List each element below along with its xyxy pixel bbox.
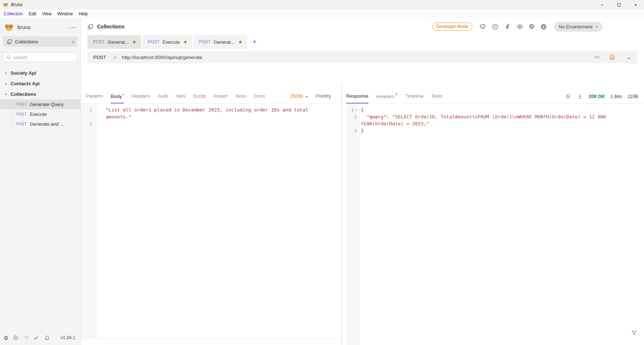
developer-mode-badge[interactable]: Developer Mode xyxy=(432,23,472,31)
sidebar-request-generate-and[interactable]: POST Generate and ... xyxy=(0,119,81,129)
chevron-down-icon: ▾ xyxy=(596,25,598,29)
tab-script[interactable]: Script xyxy=(193,93,206,103)
new-tab-button[interactable]: + xyxy=(248,35,261,49)
unsaved-dot xyxy=(133,41,136,43)
collection-tree: Society Api Contacts Api Collections POS… xyxy=(0,68,81,129)
line-number: 3 xyxy=(346,127,360,134)
code-text[interactable]: } xyxy=(360,127,644,134)
tab-body[interactable]: Body• xyxy=(111,92,124,104)
request-label: Generate Query xyxy=(30,102,63,107)
workspace-menu-icon[interactable]: ··· xyxy=(70,24,76,31)
sidebar-request-generate-query[interactable]: POST Generate Query xyxy=(0,99,81,109)
tab-generate-query-2[interactable]: POST Generat... xyxy=(193,35,247,49)
method-select[interactable]: POST xyxy=(93,55,106,60)
title-bar: Bruno − × xyxy=(0,0,644,9)
tab-timeline[interactable]: Timeline xyxy=(405,93,424,103)
code-text[interactable] xyxy=(97,120,341,127)
dog-icon[interactable] xyxy=(479,23,486,30)
collections-icon xyxy=(87,24,93,30)
request-pane: Params Body• Headers Auth Vars Script As… xyxy=(81,83,342,345)
prettify-button[interactable]: Prettify xyxy=(316,93,331,103)
chevron-down-icon[interactable]: ▾ xyxy=(306,95,308,103)
close-icon[interactable]: × xyxy=(627,0,644,9)
search-input[interactable] xyxy=(13,55,74,60)
sidebar-collections-label: Collections xyxy=(15,39,38,44)
tab-vars[interactable]: Vars xyxy=(176,93,186,103)
header-toolbar: Developer Mode ⚙ No Environment ▾ xyxy=(432,22,602,32)
menu-window[interactable]: Window xyxy=(54,11,76,16)
collections-icon xyxy=(7,39,12,44)
menu-help[interactable]: Help xyxy=(76,11,91,16)
send-request-icon[interactable]: → xyxy=(625,54,632,61)
request-label: Generate and ... xyxy=(30,121,64,127)
tab-params[interactable]: Params xyxy=(86,93,103,103)
save-icon[interactable] xyxy=(609,54,616,60)
maximize-icon[interactable] xyxy=(610,0,627,9)
clear-response-icon[interactable] xyxy=(565,93,571,99)
code-text[interactable]: "List all orders placed in December 2023… xyxy=(97,106,341,120)
cookie-icon[interactable] xyxy=(13,335,19,341)
workspace-name: bruno xyxy=(17,24,31,30)
history-clock-icon[interactable] xyxy=(492,23,499,30)
response-body-editor[interactable]: 1▾ { 2 "query": "SELECT OrderID, TotalAm… xyxy=(346,103,644,345)
workspace-row[interactable]: bruno ··· xyxy=(0,20,81,34)
tab-response[interactable]: Response xyxy=(346,93,368,103)
gear-icon[interactable]: ⚙ xyxy=(529,23,535,30)
tab-label: Generat... xyxy=(214,39,235,45)
download-response-icon[interactable] xyxy=(577,93,583,99)
modified-dot: • xyxy=(122,92,124,97)
key-icon[interactable] xyxy=(34,335,39,341)
menu-view[interactable]: View xyxy=(39,11,54,16)
url-input[interactable]: http://localhost:8000/api/sql/generate xyxy=(122,55,202,60)
unsaved-dot xyxy=(184,41,187,43)
sidebar-item-collections[interactable]: Collections xyxy=(0,89,81,99)
code-snippet-icon[interactable]: </> xyxy=(594,55,600,60)
chevron-down-icon[interactable]: ▾ xyxy=(114,55,116,59)
url-row: POST ▾ http://localhost:8000/api/sql/gen… xyxy=(81,49,644,66)
sidebar-request-execute[interactable]: POST Execute xyxy=(0,109,81,119)
search-box xyxy=(3,52,78,62)
filter-funnel-icon[interactable] xyxy=(631,330,637,336)
environment-selector[interactable]: No Environment ▾ xyxy=(554,22,602,32)
code-text[interactable]: { xyxy=(360,106,644,113)
body-mode-select[interactable]: JSON xyxy=(290,93,303,103)
fold-caret-icon[interactable]: ▾ xyxy=(355,106,357,113)
settings-gear-icon[interactable]: ⚙ xyxy=(4,335,8,341)
tab-tests[interactable]: Tests xyxy=(235,93,247,103)
collection-children: POST Generate Query POST Execute POST Ge… xyxy=(0,99,81,129)
runner-icon[interactable] xyxy=(504,23,511,30)
tab-response-tests[interactable]: Tests xyxy=(431,93,443,103)
heart-icon[interactable]: ♡ xyxy=(24,335,28,341)
app-version: v1.34.1 xyxy=(61,335,77,340)
sidebar-collections-header[interactable]: Collections ↑↓ xyxy=(3,36,78,47)
tab-generate-query-1[interactable]: POST Generat... xyxy=(87,35,141,49)
code-line: 2 xyxy=(81,120,341,127)
globe-icon[interactable] xyxy=(540,23,547,30)
sort-icon[interactable]: ↑↓ xyxy=(71,39,74,44)
tab-response-headers[interactable]: Headers4 xyxy=(376,93,398,104)
tab-auth[interactable]: Auth xyxy=(158,93,168,103)
response-meta: 200 OK 1.84s 110B xyxy=(565,93,638,103)
code-line: 1▾ { xyxy=(346,106,644,113)
tab-assert[interactable]: Assert xyxy=(213,93,227,103)
tab-label: Generat... xyxy=(108,39,129,45)
request-body-editor[interactable]: 1 "List all orders placed in December 20… xyxy=(81,103,341,339)
eye-icon[interactable] xyxy=(516,23,523,30)
menu-edit[interactable]: Edit xyxy=(26,11,39,16)
tab-docs[interactable]: Docs xyxy=(254,93,265,103)
bruno-avatar xyxy=(4,23,14,32)
headers-count-badge: 4 xyxy=(395,93,398,97)
bell-icon[interactable] xyxy=(44,335,50,341)
tab-headers[interactable]: Headers xyxy=(132,93,150,103)
page-title: Collections xyxy=(97,24,124,30)
menu-collection[interactable]: Collection xyxy=(1,11,26,16)
sidebar-item-contacts-api[interactable]: Contacts Api xyxy=(0,78,81,89)
tab-label: Headers xyxy=(376,93,395,99)
method-label: POST xyxy=(16,102,27,106)
code-text[interactable]: "query": "SELECT OrderID, TotalAmount\nF… xyxy=(360,113,644,127)
method-label: POST xyxy=(148,39,160,44)
minimize-icon[interactable]: − xyxy=(594,0,610,9)
tab-execute[interactable]: POST Execute xyxy=(142,35,192,49)
sidebar-item-society-api[interactable]: Society Api xyxy=(0,68,81,78)
code-line: 3 } xyxy=(346,127,644,134)
